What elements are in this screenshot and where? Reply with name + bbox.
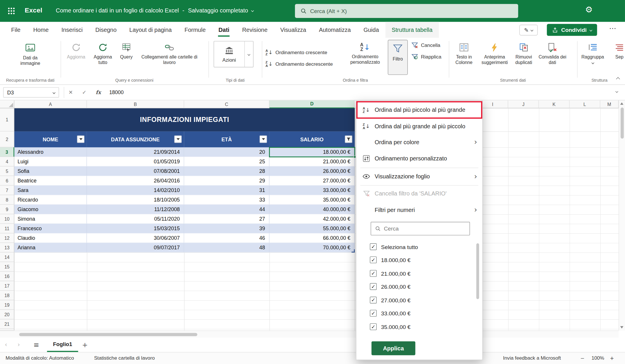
zoom-out-icon[interactable]: − <box>580 355 584 361</box>
tab-guida[interactable]: Guida <box>357 22 385 38</box>
filter-toggle-button[interactable]: Filtro <box>388 40 408 75</box>
editing-mode-button[interactable]: ✎ <box>519 25 537 35</box>
filter-dropdown-eta[interactable] <box>260 136 267 143</box>
selected-cell-outline[interactable] <box>269 147 355 157</box>
column-header-m[interactable]: M <box>600 100 619 109</box>
row-header-9[interactable]: 9 <box>0 205 14 214</box>
add-sheet-icon[interactable]: + <box>82 341 88 349</box>
filter-value-item[interactable]: ✓ 27.000,00 € <box>364 294 472 307</box>
refresh-all-button[interactable]: Aggiorna tutto <box>89 40 116 75</box>
sheet-tab-foglio1[interactable]: Foglio1 <box>47 338 78 352</box>
formula-bar-value[interactable]: 18000 <box>109 89 124 95</box>
table-row[interactable]: Francesco15/03/20153955.000,00 € <box>14 224 355 233</box>
menu-item-custom-sort[interactable]: Ordinamento personalizzato <box>356 150 482 167</box>
feedback-link[interactable]: Invia feedback a Microsoft <box>503 355 561 361</box>
row-header-7[interactable]: 7 <box>0 186 14 195</box>
row-header-17[interactable]: 17 <box>0 281 14 291</box>
table-row[interactable]: Arianna09/07/20174870.000,00 € <box>14 243 355 253</box>
row-header-4[interactable]: 4 <box>0 157 14 167</box>
ribbon-more-icon[interactable]: ⋯ <box>609 24 616 32</box>
checkbox-checked-icon[interactable]: ✓ <box>370 270 377 277</box>
row-header-6[interactable]: 6 <box>0 176 14 186</box>
row-header-12[interactable]: 12 <box>0 233 14 243</box>
column-header-j[interactable]: J <box>508 100 539 109</box>
table-row[interactable]: Giacomo11/12/20084440.000,00 € <box>14 205 355 214</box>
apply-button[interactable]: Applica <box>371 341 415 355</box>
workbook-links-button[interactable]: Collegamenti alle cartelle di lavoro <box>136 40 202 75</box>
flash-fill-button[interactable]: Anteprima suggerimenti <box>478 40 511 75</box>
zoom-level[interactable]: 100% <box>591 355 604 361</box>
vertical-scrollbar[interactable] <box>619 100 625 331</box>
zoom-in-icon[interactable]: + <box>610 355 614 361</box>
column-header-b[interactable]: B <box>87 100 184 109</box>
vertical-scroll-thumb[interactable] <box>621 107 624 138</box>
row-header-1[interactable]: 1 <box>0 108 14 131</box>
fx-icon[interactable]: fx <box>96 89 101 95</box>
calc-mode-status[interactable]: Modalità di calcolo: Automatico <box>6 355 74 361</box>
row-header-18[interactable]: 18 <box>0 291 14 300</box>
menu-item-sort-smallest-to-largest[interactable]: AZ↓ Ordina dal più piccolo al più grande <box>356 102 482 118</box>
cancel-entry-icon[interactable]: ✕ <box>69 89 73 95</box>
filter-search-box[interactable] <box>371 222 470 235</box>
table-row[interactable]: Simona05/11/20202742.000,00 € <box>14 214 355 224</box>
actions-button[interactable]: Azioni <box>214 41 245 67</box>
row-header-16[interactable]: 16 <box>0 272 14 281</box>
filter-value-item[interactable]: ✓ 33.000,00 € <box>364 307 472 320</box>
ungroup-button[interactable]: Sep <box>608 40 625 75</box>
row-header-13[interactable]: 13 <box>0 243 14 253</box>
name-box[interactable]: D3 <box>3 87 59 98</box>
actions-dropdown[interactable] <box>244 41 253 67</box>
menu-item-sort-by-color[interactable]: Ordina per colore › <box>356 134 482 150</box>
checkbox-checked-icon[interactable]: ✓ <box>370 323 377 330</box>
filter-list-scrollbar[interactable] <box>476 241 479 332</box>
document-title[interactable]: Come ordinare i dati in un foglio di cal… <box>56 7 254 14</box>
select-all-corner[interactable] <box>0 100 14 109</box>
spreadsheet-grid[interactable]: A B C D E F G H I J K L M 1 2 3 4 5 6 7 … <box>0 100 619 331</box>
row-header-11[interactable]: 11 <box>0 224 14 233</box>
row-header-8[interactable]: 8 <box>0 195 14 205</box>
tab-revisione[interactable]: Revisione <box>236 22 274 38</box>
settings-gear-icon[interactable]: ⚙ <box>585 5 593 14</box>
checkbox-checked-icon[interactable]: ✓ <box>370 257 377 263</box>
table-row[interactable]: Sara14/02/20103133.000,00 € <box>14 186 355 195</box>
clear-filter-button[interactable]: Cancella <box>411 40 440 51</box>
tab-home[interactable]: Home <box>27 22 55 38</box>
column-header-a[interactable]: A <box>14 100 87 109</box>
filter-dropdown-nome[interactable] <box>77 136 84 143</box>
app-launcher-waffle-icon[interactable] <box>6 5 17 17</box>
menu-item-sort-largest-to-smallest[interactable]: ZA↓ Ordina dal più grande al più piccolo <box>356 118 482 134</box>
table-resize-handle[interactable] <box>351 249 355 253</box>
sort-ascending-button[interactable]: AZ↓ Ordinamento crescente <box>265 47 327 58</box>
row-header-15[interactable]: 15 <box>0 262 14 272</box>
row-header-5[interactable]: 5 <box>0 167 14 176</box>
tab-automatizza[interactable]: Automatizza <box>313 22 357 38</box>
row-header-14[interactable]: 14 <box>0 253 14 262</box>
tab-layout-di-pagina[interactable]: Layout di pagina <box>123 22 178 38</box>
table-row[interactable]: Sofia07/08/20012826.000,00 € <box>14 167 355 176</box>
employee-table[interactable]: INFORMAZIONI IMPIEGATI NOME DATA ASSUNZI… <box>14 108 355 253</box>
menu-item-number-filters[interactable]: Filtri per numeri › <box>356 202 482 218</box>
query-button[interactable]: Query <box>117 40 135 75</box>
filter-value-item[interactable]: ✓ 35.000,00 € <box>364 320 472 333</box>
refresh-button[interactable]: Aggiorna <box>64 40 88 75</box>
checkbox-checked-icon[interactable]: ✓ <box>370 297 377 303</box>
column-header-k[interactable]: K <box>539 100 570 109</box>
tab-inserisci[interactable]: Inserisci <box>55 22 89 38</box>
tab-disegno[interactable]: Disegno <box>89 22 123 38</box>
sheet-prev-icon[interactable]: ‹ <box>5 341 7 348</box>
row-header-2[interactable]: 2 <box>0 131 14 147</box>
filter-search-input[interactable] <box>384 225 462 232</box>
column-header-l[interactable]: L <box>570 100 600 109</box>
checkbox-checked-icon[interactable]: ✓ <box>370 283 377 290</box>
menu-item-sheet-view[interactable]: Visualizzazione foglio › <box>356 168 482 185</box>
column-header-d[interactable]: D <box>269 100 355 109</box>
filter-dropdown-data-assunzione[interactable] <box>174 136 182 143</box>
formula-bar-expand-icon[interactable] <box>615 90 618 93</box>
data-from-image-button[interactable]: Dati da immagine <box>7 40 54 75</box>
fill-handle[interactable] <box>354 156 356 158</box>
share-button[interactable]: Condividi <box>547 24 597 36</box>
filter-value-item[interactable]: ✓ 26.000,00 € <box>364 280 472 293</box>
global-search[interactable] <box>295 4 518 18</box>
sheet-next-icon[interactable]: › <box>18 341 20 348</box>
tab-struttura-tabella[interactable]: Struttura tabella <box>385 22 439 38</box>
